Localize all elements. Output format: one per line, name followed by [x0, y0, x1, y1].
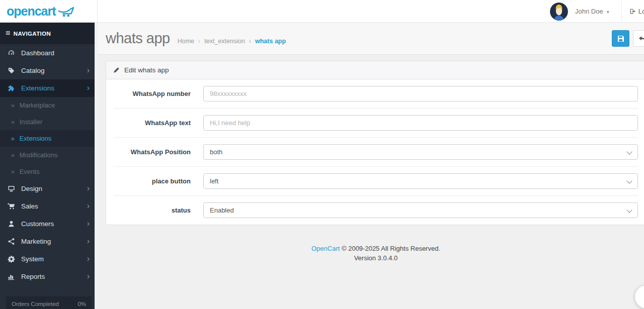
status-select[interactable]: Enabled [203, 202, 638, 218]
form-row-whatsapp-number: WhatsApp number [114, 79, 638, 109]
sidebar-item-sales[interactable]: Sales [0, 197, 98, 215]
sidebar-subitem-label: Installer [20, 118, 43, 126]
shopping-cart-icon [7, 202, 16, 210]
logout-icon [629, 8, 636, 15]
opencart-admin-app: opencart John Doe [0, 0, 644, 309]
monitor-icon [7, 185, 16, 192]
whatsapp-position-select[interactable]: both [203, 144, 638, 160]
page-header: whats app Home text_extension whats app [98, 23, 644, 55]
sidebar-subitem-label: Events [20, 168, 40, 175]
sidebar-item-catalog[interactable]: Catalog [0, 62, 98, 79]
sidebar-item-label: Customers [21, 220, 54, 228]
sidebar-item-label: System [21, 255, 44, 263]
whatsapp-position-label: WhatsApp Position [114, 148, 191, 156]
sidebar-item-label: Design [21, 185, 42, 192]
main-content: whats app Home text_extension whats app … [98, 23, 644, 309]
opencart-logo[interactable]: opencart [0, 0, 98, 23]
stat-label: Orders Completed [12, 301, 59, 307]
sidebar: NAVIGATION Dashboard Catalog Extensions … [0, 23, 98, 309]
sidebar-item-reports[interactable]: Reports [0, 268, 98, 285]
form-row-whatsapp-position: WhatsApp Position both [114, 138, 638, 167]
bar-chart-icon [7, 273, 16, 280]
sidebar-item-customers[interactable]: Customers [0, 215, 98, 233]
place-button-select[interactable]: left [203, 173, 638, 189]
breadcrumb-whats-app[interactable]: whats app [245, 38, 286, 45]
footer-copyright: OpenCart © 2009-2025 All Rights Reserved… [106, 244, 644, 254]
sidebar-item-label: Reports [21, 273, 45, 280]
puzzle-icon [7, 84, 16, 92]
sidebar-item-extensions[interactable]: Extensions [0, 79, 98, 97]
widget-dot-icon [640, 293, 644, 300]
sidebar-subitem-modifications[interactable]: Modifications [0, 147, 98, 163]
footer-copyright-text: © 2009-2025 All Rights Reserved. [342, 245, 440, 252]
sidebar-item-system[interactable]: System [0, 250, 98, 268]
sidebar-item-label: Sales [21, 202, 38, 210]
sidebar-subitem-label: Extensions [20, 135, 52, 142]
panel-heading: Edit whats app [106, 61, 644, 79]
page-title: whats app [106, 30, 170, 47]
content-area: Edit whats app WhatsApp number WhatsApp … [98, 55, 644, 263]
sidebar-item-label: Marketing [21, 238, 51, 245]
opencart-logo-text: opencart [7, 5, 56, 18]
sidebar-item-dashboard[interactable]: Dashboard [0, 44, 98, 62]
tags-icon [7, 67, 16, 74]
avatar[interactable] [550, 3, 568, 21]
whatsapp-position-select-wrap: both [203, 144, 638, 160]
sidebar-item-marketing[interactable]: Marketing [0, 233, 98, 250]
opencart-cart-icon [58, 7, 74, 17]
pencil-icon [113, 67, 120, 73]
undo-button[interactable] [633, 30, 644, 47]
avatar-image [550, 3, 568, 21]
header-divider [621, 0, 622, 23]
undo-arrow-icon [638, 35, 644, 43]
whatsapp-number-label: WhatsApp number [114, 90, 191, 97]
place-button-select-wrap: left [203, 173, 638, 189]
sidebar-subitem-label: Marketplace [20, 101, 55, 109]
status-label: status [114, 207, 191, 214]
edit-panel: Edit whats app WhatsApp number WhatsApp … [106, 61, 644, 225]
orders-completed-stat: Orders Completed 0% [6, 296, 92, 309]
footer-version: Version 3.0.4.0 [106, 254, 644, 263]
place-button-label: place button [114, 177, 191, 185]
breadcrumb-text-extension[interactable]: text_extension [194, 38, 245, 45]
sidebar-subitem-label: Modifications [20, 151, 58, 159]
gear-icon [7, 255, 16, 263]
logout-button[interactable]: Logout [629, 8, 644, 15]
user-icon [7, 220, 16, 228]
opencart-footer-link[interactable]: OpenCart [311, 245, 340, 252]
form-row-place-button: place button left [114, 167, 638, 196]
sidebar-subitem-marketplace[interactable]: Marketplace [0, 97, 98, 114]
whatsapp-text-label: WhatsApp text [114, 119, 191, 127]
form-row-whatsapp-text: WhatsApp text [114, 109, 638, 138]
status-select-wrap: Enabled [203, 202, 638, 218]
breadcrumb: Home text_extension whats app [178, 38, 286, 45]
breadcrumb-home[interactable]: Home [178, 38, 194, 45]
save-button[interactable] [612, 30, 629, 47]
footer: OpenCart © 2009-2025 All Rights Reserved… [106, 244, 644, 263]
top-header: opencart John Doe [0, 0, 644, 23]
sidebar-item-label: Catalog [21, 67, 45, 74]
whatsapp-text-input[interactable] [203, 115, 638, 131]
user-menu-button[interactable]: John Doe [575, 8, 609, 15]
sidebar-menu: Dashboard Catalog Extensions Marketplace… [0, 44, 98, 285]
logout-label: Logout [638, 8, 644, 15]
form-row-status: status Enabled [114, 196, 638, 225]
sidebar-item-label: Extensions [21, 84, 54, 92]
sidebar-subitem-extensions[interactable]: Extensions [0, 130, 98, 147]
dashboard-icon [7, 49, 16, 57]
user-menu-area: John Doe Logout [550, 0, 644, 23]
share-icon [7, 238, 16, 245]
sidebar-subitem-installer[interactable]: Installer [0, 114, 98, 130]
stat-value: 0% [77, 301, 86, 307]
panel-body: WhatsApp number WhatsApp text WhatsApp P… [106, 79, 644, 225]
save-icon [617, 35, 625, 43]
sidebar-item-label: Dashboard [21, 49, 54, 57]
sidebar-navigation-header: NAVIGATION [0, 23, 98, 44]
sidebar-item-design[interactable]: Design [0, 180, 98, 197]
whatsapp-number-input[interactable] [203, 86, 638, 101]
panel-title: Edit whats app [124, 66, 169, 74]
sidebar-subitem-events[interactable]: Events [0, 163, 98, 180]
